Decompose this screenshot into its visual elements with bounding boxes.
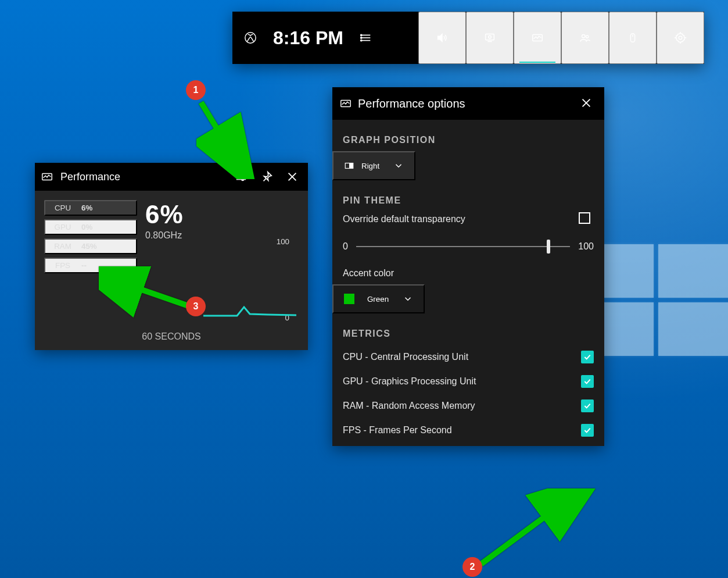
capture-icon: [483, 31, 496, 44]
graph-position-select[interactable]: Right: [332, 151, 415, 180]
checkbox-checked-icon: [581, 375, 594, 388]
gamebar: 8:16 PM: [232, 12, 704, 64]
graph-position-value: Right: [361, 162, 379, 170]
transparency-slider[interactable]: [356, 245, 570, 248]
tab-capture[interactable]: [466, 12, 514, 64]
override-transparency-checkbox[interactable]: [575, 212, 594, 226]
checkbox-empty-icon: [579, 212, 590, 224]
gamebar-left: 8:16 PM: [232, 12, 418, 64]
checkbox-checked-icon: [581, 424, 594, 437]
performance-icon: [41, 170, 53, 183]
svg-line-34: [105, 277, 192, 307]
xbox-icon: [244, 31, 257, 44]
metric-toggle-fps[interactable]: FPS - Frames Per Second: [332, 418, 604, 443]
windows-logo-watermark: [589, 244, 728, 361]
section-metrics: METRICS: [343, 329, 594, 339]
metric-toggle-gpu[interactable]: GPU - Graphics Processing Unit: [332, 369, 604, 394]
annotation-1: 1: [186, 80, 206, 100]
metric-cpu[interactable]: CPU6%: [44, 200, 137, 216]
accent-color-swatch: [344, 294, 354, 304]
big-sub: 0.80GHz: [145, 230, 299, 241]
slider-min: 0: [343, 241, 348, 252]
performance-options-panel: Performance options GRAPH POSITION Right…: [332, 87, 604, 446]
svg-point-16: [679, 36, 682, 40]
annotation-2: 2: [462, 557, 482, 577]
close-icon: [580, 97, 593, 109]
annotation-arrow-1: [196, 98, 266, 179]
performance-icon: [339, 97, 352, 110]
gamebar-tabs: [418, 12, 704, 64]
svg-line-32: [481, 494, 575, 564]
close-button[interactable]: [282, 167, 302, 187]
menu-icon: [360, 31, 372, 44]
metric-toggle-cpu[interactable]: CPU - Central Processing Unit: [332, 345, 604, 369]
chevron-down-icon: [403, 294, 413, 304]
accent-color-value: Green: [367, 295, 389, 304]
metric-toggle-ram[interactable]: RAM - Random Access Memory: [332, 394, 604, 418]
svg-rect-10: [487, 41, 492, 42]
metric-ram[interactable]: RAM45%: [44, 238, 137, 254]
override-transparency-label: Override default transparency: [343, 214, 465, 224]
performance-icon: [531, 31, 544, 44]
chart-ymax[interactable]: 100: [277, 237, 289, 246]
svg-rect-8: [486, 34, 494, 40]
svg-point-13: [586, 35, 589, 38]
settings-icon: [674, 31, 687, 44]
tab-social[interactable]: [561, 12, 609, 64]
options-close-button[interactable]: [575, 92, 597, 116]
tab-audio[interactable]: [418, 12, 466, 64]
annotation-3: 3: [186, 297, 206, 316]
performance-title: Performance: [60, 171, 120, 183]
audio-icon: [436, 31, 449, 44]
performance-widget: Performance CPU6% GPU0% RAM45% FPS-- 6%: [35, 163, 308, 350]
svg-point-9: [489, 35, 492, 38]
graph-position-icon: [344, 160, 354, 171]
people-icon: [579, 31, 591, 44]
chart-xlabel: 60 SECONDS: [35, 331, 308, 342]
options-titlebar: Performance options: [332, 87, 604, 120]
metric-gpu[interactable]: GPU0%: [44, 219, 137, 235]
big-value: 6%: [145, 200, 299, 229]
svg-marker-7: [438, 34, 442, 42]
performance-titlebar: Performance: [35, 163, 308, 191]
slider-max: 100: [578, 241, 594, 252]
checkbox-checked-icon: [581, 399, 594, 412]
checkbox-checked-icon: [581, 351, 594, 363]
section-pin-theme: PIN THEME: [343, 195, 594, 206]
accent-color-label: Accent color: [343, 268, 594, 279]
svg-point-6: [361, 40, 362, 41]
tab-mouse[interactable]: [609, 12, 657, 64]
gamebar-clock: 8:16 PM: [273, 27, 343, 49]
chevron-down-icon: [393, 160, 404, 171]
sparkline: [203, 284, 296, 319]
tab-performance[interactable]: [514, 12, 561, 64]
mouse-icon: [626, 31, 639, 44]
svg-rect-28: [349, 163, 353, 169]
svg-point-5: [361, 37, 362, 38]
section-graph-position: GRAPH POSITION: [343, 135, 594, 145]
accent-color-select[interactable]: Green: [332, 284, 425, 313]
metrics-list: CPU - Central Processing Unit GPU - Grap…: [332, 345, 604, 443]
close-icon: [286, 170, 299, 183]
tab-settings[interactable]: [657, 12, 704, 64]
svg-point-12: [582, 35, 586, 38]
annotation-arrow-2: [476, 488, 604, 578]
options-title: Performance options: [358, 97, 465, 110]
svg-point-0: [245, 33, 256, 43]
svg-line-30: [201, 102, 237, 162]
widgets-menu-button[interactable]: [354, 26, 378, 50]
svg-point-4: [361, 34, 362, 35]
xbox-button[interactable]: [238, 26, 263, 50]
